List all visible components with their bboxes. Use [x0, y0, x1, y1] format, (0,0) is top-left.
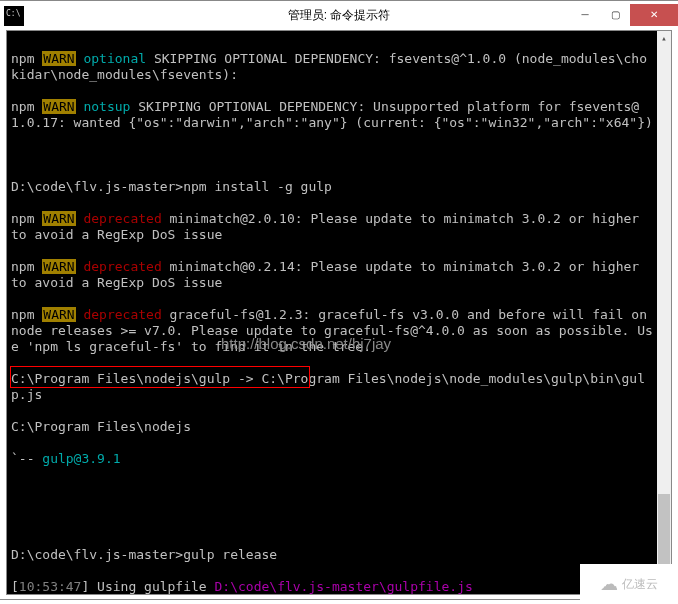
minimize-button[interactable]: ─: [570, 4, 600, 26]
text: [: [11, 579, 19, 594]
text: npm: [11, 259, 42, 274]
text: npm: [11, 307, 42, 322]
text: deprecated: [76, 307, 162, 322]
scroll-track[interactable]: [657, 45, 671, 580]
text: npm: [11, 211, 42, 226]
warn-badge: WARN: [42, 211, 75, 226]
warn-badge: WARN: [42, 99, 75, 114]
text: ] Using gulpfile: [81, 579, 214, 594]
terminal[interactable]: npm WARN optional SKIPPING OPTIONAL DEPE…: [6, 30, 672, 595]
footer-text: 亿速云: [622, 576, 658, 593]
command: gulp release: [183, 547, 277, 562]
timestamp: 10:53:47: [19, 579, 82, 594]
text: npm: [11, 99, 42, 114]
command: npm install -g gulp: [183, 179, 332, 194]
text: C:\Program Files\nodejs: [11, 419, 653, 435]
blank: [11, 515, 653, 531]
cloud-icon: ☁: [600, 573, 618, 595]
maximize-button[interactable]: ▢: [600, 4, 630, 26]
text: deprecated: [76, 211, 162, 226]
text: D:\code\flv.js-master\gulpfile.js: [215, 579, 473, 594]
cmd-icon: [4, 6, 24, 26]
text: deprecated: [76, 259, 162, 274]
prompt: D:\code\flv.js-master>: [11, 547, 183, 562]
text: C:\Program Files\nodejs\gulp -> C:\Progr…: [11, 371, 653, 403]
close-button[interactable]: ✕: [630, 4, 678, 26]
text: `--: [11, 451, 42, 466]
text: notsup: [76, 99, 131, 114]
blank: [11, 147, 653, 163]
scroll-thumb[interactable]: [658, 494, 670, 564]
titlebar[interactable]: 管理员: 命令提示符 ─ ▢ ✕: [0, 1, 678, 30]
warn-badge: WARN: [42, 307, 75, 322]
text: optional: [76, 51, 146, 66]
prompt: D:\code\flv.js-master>: [11, 179, 183, 194]
text: gulp@3.9.1: [42, 451, 120, 466]
warn-badge: WARN: [42, 259, 75, 274]
blank: [11, 483, 653, 499]
scroll-up-button[interactable]: ▴: [657, 31, 671, 45]
text: npm: [11, 51, 42, 66]
window-buttons: ─ ▢ ✕: [570, 4, 678, 28]
warn-badge: WARN: [42, 51, 75, 66]
footer-logo: ☁ 亿速云: [580, 564, 678, 604]
cmd-window: 管理员: 命令提示符 ─ ▢ ✕ npm WARN optional SKIPP…: [0, 0, 678, 600]
terminal-output: npm WARN optional SKIPPING OPTIONAL DEPE…: [7, 31, 657, 594]
scrollbar[interactable]: ▴ ▾: [657, 31, 671, 594]
